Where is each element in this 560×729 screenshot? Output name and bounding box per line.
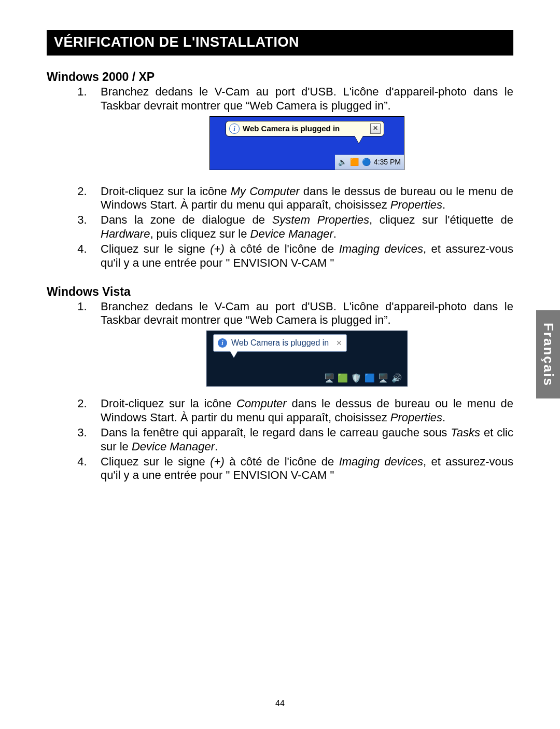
t: Cliquez sur le signe [101,242,210,255]
section-heading-xp: Windows 2000 / XP [47,70,513,84]
step-text: Branchez dedans le V-Cam au port d'USB. … [101,85,513,112]
list-item: Droit-cliquez sur la icône My Computer d… [96,185,513,213]
step-text: Branchez dedans le V-Cam au port d'USB. … [101,300,513,327]
t: Dans la zone de dialogue de [101,213,272,226]
vista-balloon-text: Web Camera is plugged in [231,338,329,348]
xp-balloon-text: Web Camera is plugged in [243,124,340,133]
t: Droit-cliquez sur la icône [101,185,231,198]
t: Dans la fenêtre qui apparaît, le regard … [101,426,451,439]
page-title: VÉRIFICATION DE L'INSTALLATION [54,34,299,50]
list-item: Branchez dedans le V-Cam au port d'USB. … [96,85,513,170]
vista-steps: Branchez dedans le V-Cam au port d'USB. … [78,300,513,483]
xp-desktop-bg: i Web Camera is plugged in ✕ 🔈 🟧 🔵 4:35 … [210,117,404,170]
list-item: Dans la zone de dialogue de System Prope… [96,213,513,241]
t: Properties [390,198,442,211]
tray-icon[interactable]: 🔵 [362,158,371,167]
t: à côté de l'icône de [225,242,339,255]
list-item: Droit-cliquez sur la icône Computer dans… [96,397,513,425]
xp-notification-balloon: i Web Camera is plugged in ✕ [226,121,384,136]
section-heading-vista: Windows Vista [47,285,513,299]
close-icon[interactable]: ✕ [336,339,342,348]
xp-steps: Branchez dedans le V-Cam au port d'USB. … [78,85,513,270]
t: My Computer [231,185,300,198]
xp-taskbar: 🔈 🟧 🔵 4:35 PM [335,155,404,170]
t: Computer [236,397,287,410]
tray-icon[interactable]: 🖥️ [324,373,334,383]
info-icon: i [218,338,227,348]
shield-icon[interactable]: 🛡️ [351,373,361,383]
volume-icon[interactable]: 🔊 [391,373,402,383]
tray-icon[interactable]: 🟦 [365,373,375,383]
close-icon[interactable]: ✕ [370,123,381,134]
t: Properties [390,411,442,424]
tray-icon[interactable]: 🟩 [338,373,348,383]
info-icon: i [229,123,240,134]
t: . [442,198,445,211]
network-icon[interactable]: 🖥️ [378,373,388,383]
taskbar-time: 4:35 PM [374,158,401,167]
list-item: Cliquez sur le signe (+) à côté de l'icô… [96,242,513,270]
vista-screenshot: i Web Camera is plugged in ✕ 🖥️ 🟩 🛡️ 🟦 🖥… [206,331,408,387]
t: . [442,411,445,424]
t: (+) [210,242,225,255]
t: System Properties [272,213,369,226]
language-side-tab: Français [536,310,560,398]
t: Cliquez sur le signe [101,455,210,468]
t: . [333,227,337,240]
vista-notification-balloon: i Web Camera is plugged in ✕ [213,334,347,352]
t: (+) [210,455,225,468]
t: Droit-cliquez sur la icône [101,397,236,410]
t: Hardware [101,227,150,240]
t: , puis cliquez sur le [150,227,250,240]
t: Tasks [451,426,480,439]
volume-icon[interactable]: 🔈 [338,158,347,167]
t: , cliquez sur l'étiquette de [369,213,513,226]
list-item: Dans la fenêtre qui apparaît, le regard … [96,426,513,454]
tray-icon[interactable]: 🟧 [350,158,359,167]
vista-desktop-bg: i Web Camera is plugged in ✕ 🖥️ 🟩 🛡️ 🟦 🖥… [207,331,407,386]
list-item: Branchez dedans le V-Cam au port d'USB. … [96,300,513,387]
t: à côté de l'icône de [225,455,339,468]
vista-tray: 🖥️ 🟩 🛡️ 🟦 🖥️ 🔊 [324,373,402,383]
list-item: Cliquez sur le signe (+) à côté de l'icô… [96,455,513,483]
page-title-bar: VÉRIFICATION DE L'INSTALLATION [47,30,513,56]
page-number: 44 [0,699,560,708]
t: . [215,440,218,453]
xp-screenshot: i Web Camera is plugged in ✕ 🔈 🟧 🔵 4:35 … [209,116,404,170]
t: Device Manager [132,440,215,453]
t: Device Manager [250,227,333,240]
t: Imaging devices [339,455,423,468]
page: VÉRIFICATION DE L'INSTALLATION Windows 2… [0,0,560,729]
t: Imaging devices [339,242,423,255]
